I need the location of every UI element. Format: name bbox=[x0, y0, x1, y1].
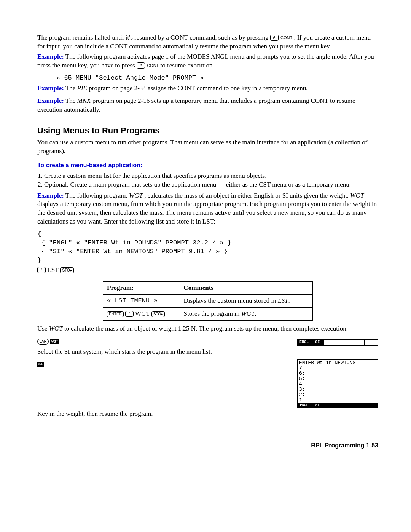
stack-line: 1: bbox=[298, 398, 378, 403]
example-label: Example: bbox=[37, 192, 64, 199]
col-header-comments: Comments bbox=[180, 281, 312, 294]
si-menukey: SI bbox=[37, 362, 44, 367]
var-name: LST bbox=[278, 297, 288, 304]
text: Displays the custom menu stored in bbox=[184, 297, 278, 304]
softkey: SI bbox=[311, 340, 324, 345]
paragraph-intro: The program remains halted until it's re… bbox=[37, 34, 378, 51]
calc-screen: ENTER Wt in NEWTONS 7: 6: 5: 4: 3: 2: 1:… bbox=[297, 359, 378, 408]
softkey-strip: ENGL SI bbox=[297, 337, 378, 346]
wgt-menukey: WGT bbox=[50, 339, 59, 344]
softkey: SI bbox=[311, 403, 324, 407]
example-label: Example: bbox=[37, 97, 64, 104]
text: displays a temporary custom menu, from w… bbox=[37, 200, 377, 225]
quote-key-icon bbox=[37, 267, 46, 273]
example-1: Example: The following program activates… bbox=[37, 53, 378, 70]
stack-line: 2: bbox=[298, 392, 378, 398]
keystroke-left: VAR WGT bbox=[37, 337, 59, 346]
var-key-icon: VAR bbox=[37, 339, 49, 345]
program-name: WGT bbox=[129, 192, 143, 199]
code-line-1: « 65 MENU "Select Angle Mode" PROMPT » bbox=[56, 74, 378, 83]
example-label: Example: bbox=[37, 85, 64, 92]
softkey-blank bbox=[324, 403, 338, 407]
text: The bbox=[65, 85, 77, 92]
softkey: ENGL bbox=[298, 340, 311, 345]
program-table: Program: Comments « LST TMENU » Displays… bbox=[103, 281, 313, 321]
text: program on page 2-34 assigns the CONT co… bbox=[89, 85, 307, 92]
keystroke-left: SI bbox=[37, 359, 44, 368]
program-cell: « LST TMENU » bbox=[103, 294, 180, 307]
quote-key-icon bbox=[125, 311, 134, 317]
softkey-blank bbox=[324, 340, 338, 345]
list-item: Create a custom menu list for the applic… bbox=[44, 172, 378, 181]
program-cell: ENTER WGT STO▸ bbox=[103, 307, 180, 320]
program-name: MNX bbox=[77, 97, 91, 104]
table-row: « LST TMENU » Displays the custom menu s… bbox=[103, 294, 313, 307]
screen-title: ENTER Wt in NEWTONS bbox=[298, 360, 378, 366]
softkey-blank bbox=[351, 403, 365, 407]
program-name: WGT bbox=[49, 325, 63, 332]
program-name: PIE bbox=[77, 85, 87, 92]
softkey-blank bbox=[338, 340, 351, 345]
comment-cell: Stores the program in WGT. bbox=[180, 307, 312, 320]
enter-key-icon: ENTER bbox=[107, 311, 124, 317]
text: The bbox=[65, 97, 77, 104]
text: The program remains halted until it's re… bbox=[37, 34, 270, 41]
softkey-strip: ENGL SI bbox=[298, 403, 378, 407]
example-label: Example: bbox=[37, 53, 64, 60]
stack-line: 5: bbox=[298, 376, 378, 382]
code-block-lst: { { "ENGL" « "ENTER Wt in POUNDS" PROMPT… bbox=[37, 230, 378, 265]
store-lst-keystroke: LST STO▸ bbox=[37, 266, 378, 275]
text: , calculates the mass of an object in ei… bbox=[144, 192, 350, 199]
text: Stores the program in bbox=[184, 310, 241, 317]
example-4: Example: The following program, WGT , ca… bbox=[37, 192, 378, 227]
page-footer: RPL Programming 1-53 bbox=[37, 441, 378, 450]
col-header-program: Program: bbox=[103, 281, 180, 294]
sub-heading: To create a menu-based application: bbox=[37, 161, 378, 169]
softkey-blank bbox=[351, 340, 365, 345]
text: WGT bbox=[135, 310, 151, 317]
softkey-blank bbox=[338, 403, 351, 407]
instruction-list: Create a custom menu list for the applic… bbox=[37, 172, 378, 189]
shift-key-icon bbox=[270, 35, 279, 41]
softkey-blank bbox=[365, 340, 378, 345]
shift-key-icon bbox=[137, 62, 145, 69]
text: . bbox=[288, 297, 290, 304]
stack-line: 4: bbox=[298, 382, 378, 387]
table-row: ENTER WGT STO▸ Stores the program in WGT… bbox=[103, 307, 313, 320]
sto-key-icon: STO▸ bbox=[151, 311, 165, 317]
text: Use bbox=[37, 325, 49, 332]
section-intro: You can use a custom menu to run other p… bbox=[37, 138, 378, 156]
stack-line: 6: bbox=[298, 371, 378, 376]
softkey: ENGL bbox=[298, 403, 311, 407]
example-2: Example: The PIE program on page 2-34 as… bbox=[37, 84, 378, 93]
paragraph-keyin: Key in the weight, then resume the progr… bbox=[37, 410, 378, 419]
cont-key-label: CONT bbox=[280, 35, 292, 40]
text: LST bbox=[47, 266, 60, 273]
sto-key-icon: STO▸ bbox=[60, 267, 73, 273]
section-heading: Using Menus to Run Programs bbox=[37, 125, 378, 136]
program-name: WGT bbox=[350, 192, 364, 199]
stack-line: 7: bbox=[298, 366, 378, 371]
cont-key-label: CONT bbox=[147, 63, 159, 68]
paragraph-use-wgt: Use WGT to calculate the mass of an obje… bbox=[37, 324, 378, 333]
text: to resume execution. bbox=[161, 62, 214, 69]
softkey-blank bbox=[365, 403, 378, 407]
text: to calculate the mass of an object of we… bbox=[64, 325, 348, 332]
comment-cell: Displays the custom menu stored in LST. bbox=[180, 294, 312, 307]
screen-row-2: SI ENTER Wt in NEWTONS 7: 6: 5: 4: 3: 2:… bbox=[37, 359, 378, 408]
paragraph-select-si: Select the SI unit system, which starts … bbox=[37, 348, 378, 356]
stack-line: 3: bbox=[298, 387, 378, 392]
text: The following program, bbox=[65, 192, 129, 199]
example-3: Example: The MNX program on page 2-16 se… bbox=[37, 97, 378, 114]
var-name: WGT bbox=[241, 310, 255, 317]
list-item: Optional: Create a main program that set… bbox=[44, 181, 378, 189]
screen-row-1: VAR WGT ENGL SI bbox=[37, 337, 378, 346]
text: . bbox=[255, 310, 256, 317]
